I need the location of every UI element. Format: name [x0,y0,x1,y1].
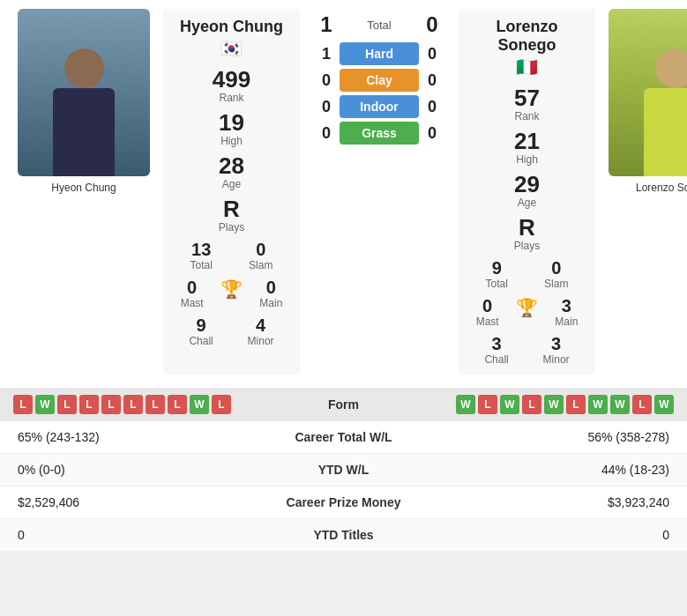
form-badge: L [168,395,187,414]
right-chall-minor: 3 Chall 3 Minor [467,335,586,366]
left-slam-label: Slam [249,259,273,271]
right-trophy: 🏆 [516,297,538,328]
total-label-center: Total [367,19,391,32]
left-plays-label: Plays [219,221,244,234]
left-minor-label: Minor [248,335,274,347]
left-slam-val: 0 [256,241,265,258]
right-high: 21High [467,130,586,166]
left-chall-minor: 9 Chall 4 Minor [172,316,291,347]
form-badge: W [544,395,564,414]
left-plays: RPlays [172,197,291,234]
left-trophy: 🏆 [220,278,243,309]
right-player-name-below: Lorenzo Sonego [636,182,687,194]
stats-row: $2,529,406 Career Prize Money $3,923,240 [0,486,687,519]
right-slam: 0 Slam [544,259,568,290]
left-grass-score: 0 [313,124,340,143]
right-chall-val: 3 [492,335,502,353]
form-badge: L [212,395,231,414]
stats-left-val: $2,529,406 [18,495,256,509]
stats-row: 0% (0-0) YTD W/L 44% (18-23) [0,454,687,486]
form-badge: W [654,395,674,414]
right-age: 29Age [467,173,586,209]
left-mast-main: 0 Mast 🏆 0 Main [172,278,291,309]
hard-badge: Hard [340,42,419,65]
right-minor-val: 3 [551,335,561,353]
right-slam-label: Slam [544,278,568,290]
form-badge: L [101,395,121,414]
total-label: Total [367,19,391,32]
form-badge: L [522,395,541,414]
left-main-val: 0 [266,278,276,296]
indoor-badge: Indoor [340,95,419,118]
form-badge: L [146,395,165,414]
left-indoor-score: 0 [313,98,340,116]
stats-left-val: 65% (243-132) [18,430,256,444]
left-total-label: Total [190,259,213,271]
left-hard-score: 1 [313,45,340,63]
left-age: 28Age [172,154,291,190]
right-main-label: Main [555,315,578,328]
main-container: Hyeon Chung Hyeon Chung 🇰🇷 499 Rank 19Hi… [0,0,687,552]
right-head [655,48,688,88]
form-label: Form [309,397,379,412]
stats-right-val: 44% (18-23) [432,463,670,477]
form-badge: W [588,395,608,414]
form-badge: W [35,395,55,414]
right-total-label: Total [486,278,508,290]
right-name-area: Lorenzo Sonego 🇮🇹 [467,18,586,79]
right-total-score: 0 [419,12,445,37]
hard-row: 1 Hard 0 [304,42,454,65]
right-indoor-score: 0 [419,98,445,116]
right-rank-val: 57 [514,86,540,109]
form-badge: L [57,395,77,414]
right-player-name: Lorenzo Sonego [467,18,586,55]
form-badge: W [456,395,475,414]
player-left: Hyeon Chung [9,9,159,375]
left-main: 0 Main [259,278,282,309]
left-stats-box: Hyeon Chung 🇰🇷 499 Rank 19High28AgeRPlay… [163,9,300,375]
left-rank-label: Rank [219,92,243,104]
left-high-val: 19 [219,111,244,134]
right-mast-val: 0 [482,297,492,315]
right-plays: RPlays [467,216,586,252]
left-chall-label: Chall [189,335,213,347]
left-age-val: 28 [219,154,244,177]
left-trophy-icon: 🏆 [220,278,243,300]
form-badge: L [566,395,586,414]
right-body [644,88,687,176]
stats-center-label: YTD W/L [256,463,432,477]
stats-row: 0 YTD Titles 0 [0,519,687,552]
grass-badge: Grass [340,122,419,145]
left-player-photo [18,9,150,176]
grass-row: 0 Grass 0 [304,122,454,145]
left-plays-val: R [223,197,240,220]
top-section: Hyeon Chung Hyeon Chung 🇰🇷 499 Rank 19Hi… [0,0,687,383]
right-main-val: 3 [562,297,571,315]
left-mast: 0 Mast [181,278,204,309]
form-badge: L [123,395,143,414]
right-flag: 🇮🇹 [467,56,586,78]
right-main: 3 Main [555,297,578,328]
indoor-row: 0 Indoor 0 [304,95,454,118]
left-age-label: Age [222,178,241,190]
right-hard-score: 0 [419,45,445,63]
stats-center-label: Career Total W/L [256,430,432,444]
right-age-label: Age [518,197,536,209]
right-mast-label: Mast [476,315,499,328]
stats-right-val: $3,923,240 [432,495,670,509]
left-player-name-below: Hyeon Chung [51,182,116,194]
right-total-val: 9 [492,259,502,277]
left-rank: 499 Rank [172,68,291,104]
stats-left-val: 0 [18,528,256,542]
center-panel: 1 Total 0 1 Hard 0 0 Clay 0 0 Indoor [304,9,454,375]
form-badge: L [79,395,99,414]
left-rank-val: 499 [213,68,250,91]
right-stats-box: Lorenzo Sonego 🇮🇹 57 Rank 21High29AgeRPl… [459,9,595,375]
stats-table: 65% (243-132) Career Total W/L 56% (358-… [0,421,687,552]
right-age-val: 29 [514,173,540,196]
left-chall: 9 Chall [189,316,213,347]
left-slam: 0 Slam [249,241,273,271]
left-total-slam: 13 Total 0 Slam [172,241,291,271]
right-minor-label: Minor [543,353,570,366]
stats-right-val: 56% (358-278) [432,430,670,444]
